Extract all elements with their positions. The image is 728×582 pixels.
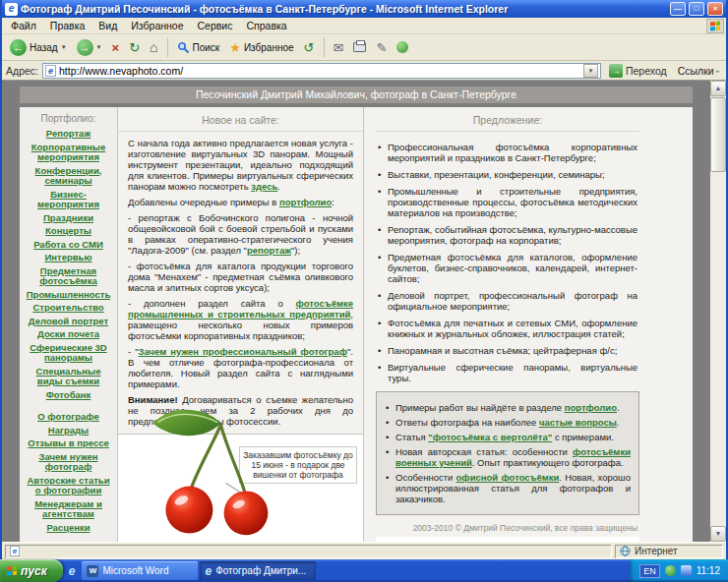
sidebar-link[interactable]: Корпоративные мероприятия: [24, 143, 113, 163]
sidebar-link[interactable]: Расценки: [24, 523, 113, 534]
maximize-button[interactable]: □: [689, 2, 704, 16]
history-button[interactable]: ↺: [300, 39, 319, 56]
tray-network-icon[interactable]: [681, 565, 692, 576]
forward-icon: →: [77, 39, 93, 56]
sidebar-link[interactable]: Отзывы в прессе: [24, 438, 113, 449]
inline-link[interactable]: "фотосъёмка с вертолёта": [428, 432, 552, 442]
address-input[interactable]: [59, 65, 580, 77]
address-label: Адрес:: [6, 65, 38, 77]
close-button[interactable]: ×: [707, 2, 723, 16]
sidebar-link[interactable]: Специальные виды съемки: [24, 367, 113, 387]
inline-link[interactable]: частые вопросы: [539, 417, 617, 428]
offer-item: Профессиональная фотосъёмка корпоративны…: [376, 142, 637, 163]
inline-link[interactable]: здесь: [251, 181, 277, 192]
forward-button[interactable]: → ▼: [73, 37, 106, 58]
vertical-scrollbar[interactable]: ▲ ▼: [710, 81, 726, 542]
home-button[interactable]: ⌂: [146, 39, 161, 56]
quick-launch-ie-icon[interactable]: e: [69, 564, 76, 578]
sidebar-link[interactable]: Награды: [24, 426, 113, 436]
mail-button[interactable]: ✉: [330, 39, 348, 56]
refresh-button[interactable]: ↻: [125, 39, 144, 56]
internet-globe-icon: [620, 546, 631, 556]
taskbar-task-word[interactable]: W Microsoft Word: [82, 561, 198, 580]
infobox-item: Новая авторская статья: особенности фото…: [385, 446, 631, 468]
sidebar-link[interactable]: Бизнес-мероприятия: [24, 190, 113, 210]
scrollbar-thumb[interactable]: [710, 97, 726, 172]
sidebar-link[interactable]: Предметная фотосъёмка: [24, 266, 113, 287]
inline-link[interactable]: репортаж: [247, 245, 291, 256]
forward-dropdown-icon[interactable]: ▼: [96, 44, 102, 50]
sidebar-link[interactable]: Строительство: [24, 303, 113, 314]
sidebar-link[interactable]: Репортаж: [24, 129, 113, 140]
sidebar-link[interactable]: Зачем нужен фотограф: [24, 452, 113, 473]
menu-item[interactable]: Правка: [43, 19, 91, 32]
sidebar-link[interactable]: Авторские статьи о фотографии: [24, 476, 113, 496]
sidebar-link[interactable]: Сферические 3D панорамы: [24, 343, 113, 364]
offer-item: Выставки, презентации, конференции, семи…: [376, 169, 637, 180]
clock: 11:12: [697, 565, 720, 576]
taskbar: пуск e W Microsoft Word e Фотограф Дмитр…: [0, 559, 728, 582]
window-title: Фотограф Дмитрий Песочинский - фотосъёмк…: [21, 3, 667, 15]
sidebar-link[interactable]: Промышленность: [24, 290, 113, 301]
word-icon: W: [87, 565, 98, 577]
back-button[interactable]: ← Назад ▼: [6, 37, 71, 58]
start-label: пуск: [21, 564, 47, 578]
status-zone-panel: Интернет: [615, 545, 723, 558]
edit-button[interactable]: ✎: [372, 39, 391, 56]
offer-item: Фотосъёмка для печатных и сетевых СМИ, о…: [376, 318, 637, 339]
go-button[interactable]: → Переход: [605, 63, 671, 79]
start-button[interactable]: пуск: [0, 559, 63, 582]
inline-link[interactable]: портфолио: [279, 197, 332, 207]
menu-item[interactable]: Сервис: [191, 19, 240, 32]
scroll-down-button[interactable]: ▼: [710, 526, 726, 542]
messenger-button[interactable]: [393, 39, 412, 55]
promo-block: Заказавшим фотосъёмку до 15 июня - в под…: [118, 434, 363, 542]
inline-link[interactable]: офисной фотосъёмки: [456, 472, 560, 483]
browser-viewport: Песочинский Дмитрий Михайлович, фотограф…: [2, 81, 726, 542]
menu-item[interactable]: Вид: [91, 19, 124, 32]
sidebar-link[interactable]: Фотобанк: [24, 390, 113, 401]
titlebar: e Фотограф Дмитрий Песочинский - фотосъё…: [2, 0, 726, 18]
toolbar-separator: [167, 37, 168, 57]
taskbar-task-ie[interactable]: e Фотограф Дмитри...: [200, 561, 316, 580]
inline-link[interactable]: портфолио: [565, 402, 617, 413]
back-dropdown-icon[interactable]: ▼: [61, 44, 67, 50]
sidebar-link[interactable]: Концерты: [24, 226, 113, 237]
print-icon: [353, 42, 366, 52]
menu-item[interactable]: Справка: [239, 19, 293, 32]
language-indicator[interactable]: EN: [639, 564, 660, 578]
print-button[interactable]: [349, 40, 370, 54]
sidebar-link[interactable]: Работа со СМИ: [24, 240, 113, 251]
inline-link[interactable]: Зачем нужен профессиональный фотограф: [139, 346, 347, 357]
desktop-screen: e Фотограф Дмитрий Песочинский - фотосъё…: [0, 0, 728, 582]
addressbar: Адрес: e ▼ → Переход Ссылки »: [2, 61, 726, 81]
search-button[interactable]: Поиск: [173, 39, 224, 56]
favorites-star-icon: ★: [229, 41, 241, 54]
sidebar-link[interactable]: Конференции, семинары: [24, 166, 113, 187]
stop-button[interactable]: ×: [108, 39, 124, 56]
links-chevron-icon: »: [716, 68, 719, 74]
menu-item[interactable]: Файл: [4, 19, 43, 32]
links-menu[interactable]: Ссылки »: [675, 65, 722, 77]
minimize-button[interactable]: —: [670, 2, 686, 16]
sidebar-link[interactable]: Деловой портрет: [24, 317, 113, 327]
messenger-icon: [396, 41, 408, 53]
scroll-up-button[interactable]: ▲: [710, 81, 726, 96]
offer-item: Предметная фотосъёмка для каталогов, офо…: [376, 252, 637, 284]
sidebar-nav: Портфолио: РепортажКорпоративные меропри…: [20, 107, 118, 542]
menu-item[interactable]: Избранное: [124, 19, 190, 32]
tray-status-icon[interactable]: [665, 565, 676, 576]
sidebar-link[interactable]: Менеджерам и агентствам: [24, 499, 113, 520]
links-label: Ссылки: [678, 65, 714, 77]
address-dropdown-icon[interactable]: ▼: [583, 64, 598, 78]
search-label: Поиск: [193, 42, 220, 53]
sidebar-link[interactable]: О фотографе: [24, 412, 113, 423]
sidebar-link[interactable]: Праздники: [24, 213, 113, 224]
go-label: Переход: [626, 65, 667, 77]
page-favicon: e: [45, 65, 56, 77]
offer-item: Панорамная и высотная съёмка; цейтраферн…: [376, 345, 637, 356]
sidebar-link[interactable]: Интервью: [24, 253, 113, 263]
copyright-text: 2003-2010 © Дмитрий Песочинский, все пра…: [378, 523, 637, 533]
sidebar-link[interactable]: Доски почета: [24, 329, 113, 340]
favorites-button[interactable]: ★ Избранное: [225, 39, 297, 56]
